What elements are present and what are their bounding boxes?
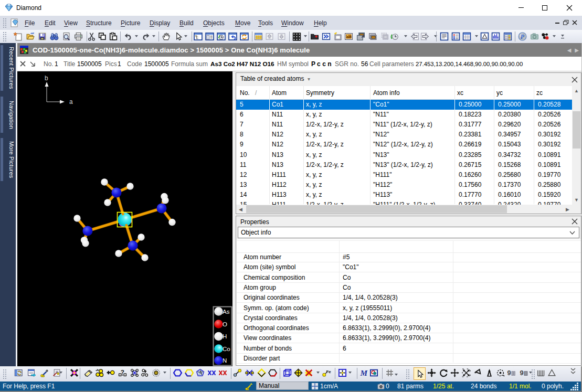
- svg-text:Fe: Fe: [326, 369, 332, 374]
- svg-text:As: As: [223, 309, 230, 315]
- svg-text:P: P: [521, 34, 525, 40]
- svg-text:a: a: [69, 98, 73, 105]
- svg-text:Co: Co: [223, 346, 230, 352]
- svg-text:O: O: [223, 321, 227, 327]
- svg-text:M: M: [360, 368, 368, 377]
- svg-text:N: N: [223, 357, 227, 364]
- svg-text:9: 9: [520, 369, 524, 377]
- svg-text:H: H: [223, 333, 227, 340]
- svg-text:b: b: [45, 75, 48, 82]
- svg-text:9: 9: [507, 369, 511, 377]
